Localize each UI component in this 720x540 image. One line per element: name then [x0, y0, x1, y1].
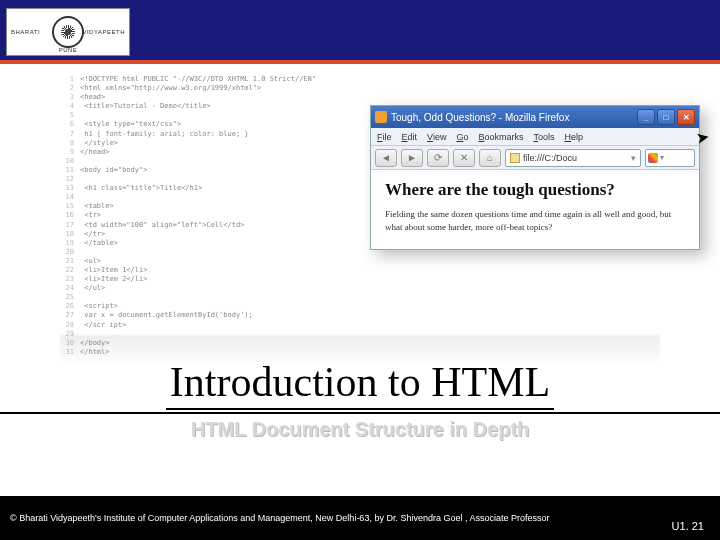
illustration-area: 1<!DOCTYPE html PUBLIC "-//W3C//DTD XHTM… [40, 75, 680, 335]
slide-title-text: Introduction to HTML [166, 358, 554, 410]
browser-window: ➤ Tough, Odd Questions? - Mozilla Firefo… [370, 105, 700, 250]
page-headline: Where are the tough questions? [385, 180, 685, 200]
browser-title: Tough, Odd Questions? - Mozilla Firefox [391, 112, 637, 123]
forward-button[interactable]: ► [401, 149, 423, 167]
reload-button[interactable]: ⟳ [427, 149, 449, 167]
dropdown-icon[interactable]: ▾ [631, 153, 636, 163]
menu-go[interactable]: Go [456, 132, 468, 142]
menu-tools[interactable]: Tools [533, 132, 554, 142]
menu-file[interactable]: File [377, 132, 392, 142]
logo-emblem-icon [52, 16, 84, 48]
back-button[interactable]: ◄ [375, 149, 397, 167]
google-icon [648, 153, 658, 163]
header-bar: BHARATI VIDYAPEETH PUNE [0, 0, 720, 64]
slide-title: Introduction to HTML [0, 358, 720, 414]
maximize-button[interactable]: □ [657, 109, 675, 125]
logo-text-left: BHARATI [11, 29, 40, 35]
slide-subtitle: HTML Document Structure in Depth [0, 418, 720, 441]
menu-help[interactable]: Help [564, 132, 583, 142]
url-text: file:///C:/Docu [523, 153, 577, 163]
page-icon [510, 153, 520, 163]
cursor-icon: ➤ [694, 127, 710, 148]
logo-text-bottom: PUNE [59, 47, 78, 53]
firefox-icon [375, 111, 387, 123]
browser-toolbar: ◄ ► ⟳ ✕ ⌂ file:///C:/Docu ▾ ▾ [371, 146, 699, 170]
menu-edit[interactable]: Edit [402, 132, 418, 142]
footer-copyright: © Bharati Vidyapeeth's Institute of Comp… [10, 513, 710, 523]
search-bar[interactable]: ▾ [645, 149, 695, 167]
home-button[interactable]: ⌂ [479, 149, 501, 167]
window-controls: _ □ ✕ [637, 109, 695, 125]
url-bar[interactable]: file:///C:/Docu ▾ [505, 149, 641, 167]
page-body-text: Fielding the same dozen questions time a… [385, 208, 685, 233]
slide: BHARATI VIDYAPEETH PUNE 1<!DOCTYPE html … [0, 0, 720, 540]
menu-view[interactable]: View [427, 132, 446, 142]
browser-viewport: Where are the tough questions? Fielding … [371, 170, 699, 249]
close-button[interactable]: ✕ [677, 109, 695, 125]
footer-bar: © Bharati Vidyapeeth's Institute of Comp… [0, 496, 720, 540]
search-dropdown-icon: ▾ [660, 153, 664, 162]
logo-text-right: VIDYAPEETH [82, 29, 125, 35]
code-editor-illustration: 1<!DOCTYPE html PUBLIC "-//W3C//DTD XHTM… [60, 75, 380, 325]
minimize-button[interactable]: _ [637, 109, 655, 125]
institute-logo: BHARATI VIDYAPEETH PUNE [6, 8, 130, 56]
stop-button[interactable]: ✕ [453, 149, 475, 167]
footer-page-number: U1. 21 [672, 520, 704, 532]
menu-bookmarks[interactable]: Bookmarks [478, 132, 523, 142]
browser-menu-bar: File Edit View Go Bookmarks Tools Help [371, 128, 699, 146]
browser-titlebar: Tough, Odd Questions? - Mozilla Firefox … [371, 106, 699, 128]
